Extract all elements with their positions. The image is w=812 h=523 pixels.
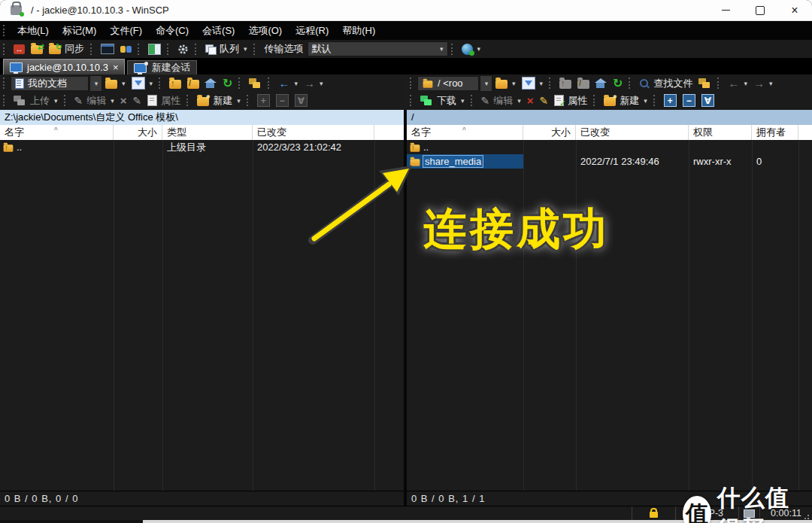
right-open-directory-button[interactable]: ▾ bbox=[492, 75, 519, 91]
left-open-directory-button[interactable]: ▾ bbox=[102, 75, 129, 91]
left-path-bar[interactable]: Z:\jackie\Documents\自定义 Office 模板\ bbox=[0, 110, 404, 125]
right-select-add-button[interactable]: + bbox=[661, 93, 680, 108]
menu-files[interactable]: 文件(F) bbox=[103, 21, 149, 40]
right-select-all-button[interactable]: ∀ bbox=[698, 93, 717, 108]
right-delete-button[interactable]: × bbox=[524, 93, 537, 108]
transfer-settings-button[interactable]: ↔ bbox=[11, 41, 28, 57]
right-parent-directory-button[interactable]: ↑ bbox=[556, 75, 574, 91]
encryption-status-cell[interactable] bbox=[632, 506, 675, 520]
right-refresh-button[interactable]: ↻ bbox=[610, 75, 626, 91]
left-rename-button[interactable]: ✎ bbox=[130, 93, 145, 108]
right-header-size[interactable]: 大小 bbox=[523, 125, 576, 140]
menu-mark[interactable]: 标记(M) bbox=[56, 21, 104, 40]
toolbar-grip[interactable] bbox=[3, 25, 8, 36]
toolbar-grip[interactable] bbox=[3, 95, 8, 106]
tab-new-session[interactable]: 新建会话 bbox=[127, 60, 197, 74]
menu-options[interactable]: 选项(O) bbox=[241, 21, 289, 40]
left-location-dropdown[interactable]: ▾ bbox=[89, 75, 102, 92]
right-select-remove-button[interactable]: − bbox=[680, 93, 698, 108]
toolbar-grip[interactable] bbox=[3, 78, 8, 89]
connection-button[interactable] bbox=[117, 41, 135, 57]
toolbar-grip[interactable] bbox=[90, 44, 95, 55]
left-select-add-button[interactable]: + bbox=[254, 93, 273, 108]
toolbar-grip[interactable] bbox=[717, 78, 722, 89]
left-properties-button[interactable]: 属性 bbox=[144, 93, 183, 108]
right-copy-path-button[interactable] bbox=[695, 75, 714, 91]
toolbar-grip[interactable] bbox=[247, 95, 251, 106]
tab-session-jackie[interactable]: jackie@10.10.10.3 × bbox=[3, 59, 125, 74]
right-path-bar[interactable]: / bbox=[407, 110, 812, 125]
toolbar-grip[interactable] bbox=[253, 44, 258, 55]
toolbar-grip[interactable] bbox=[268, 78, 272, 89]
open-terminal-button[interactable] bbox=[98, 41, 117, 57]
synchronize-browsing-button[interactable]: ⇄ bbox=[28, 41, 46, 57]
right-location-dropdown[interactable]: ▾ bbox=[480, 75, 492, 92]
left-back-button[interactable]: ←▾ bbox=[275, 75, 301, 91]
right-edit-button[interactable]: ✎编辑▾ bbox=[478, 93, 524, 108]
download-button[interactable]: 下载▾ bbox=[417, 93, 468, 108]
left-location-select[interactable]: 我的文档 bbox=[11, 76, 89, 91]
queue-button[interactable]: 队列▾ bbox=[202, 41, 250, 57]
toolbar-grip[interactable] bbox=[167, 44, 171, 55]
left-header-size[interactable]: 大小 bbox=[114, 125, 162, 140]
toolbar-grip[interactable] bbox=[159, 78, 163, 89]
maximize-button[interactable] bbox=[743, 0, 777, 20]
right-file-row-share-media[interactable]: share_media 2022/7/1 23:49:46 rwxr-xr-x … bbox=[407, 154, 812, 169]
synchronize-button[interactable]: ↻同步 bbox=[46, 41, 87, 57]
left-select-remove-button[interactable]: − bbox=[273, 93, 292, 108]
find-files-button[interactable]: 查找文件 bbox=[636, 75, 695, 91]
left-header-type[interactable]: 类型 bbox=[162, 125, 253, 140]
right-forward-button[interactable]: →▾ bbox=[750, 75, 776, 91]
transfer-preset-select[interactable]: 默认 ▾ bbox=[308, 41, 448, 56]
panel-layout-button[interactable] bbox=[145, 41, 164, 57]
toolbar-grip[interactable] bbox=[629, 78, 633, 89]
left-delete-button[interactable]: × bbox=[117, 93, 130, 108]
right-file-row-parent[interactable]: ↑ .. bbox=[407, 140, 812, 154]
left-forward-button[interactable]: →▾ bbox=[301, 75, 326, 91]
toolbar-grip[interactable] bbox=[451, 44, 456, 55]
left-edit-button[interactable]: ✎编辑▾ bbox=[71, 93, 117, 108]
toolbar-grip[interactable] bbox=[64, 95, 68, 106]
menu-commands[interactable]: 命令(C) bbox=[149, 21, 195, 40]
right-header-name[interactable]: 名字^ bbox=[407, 125, 523, 140]
right-rename-button[interactable]: ✎ bbox=[537, 93, 552, 108]
left-header-changed[interactable]: 已改变 bbox=[253, 125, 374, 140]
right-new-button[interactable]: *新建▾ bbox=[601, 93, 650, 108]
left-select-all-button[interactable]: ∀ bbox=[292, 93, 311, 108]
right-filter-button[interactable]: ▾ bbox=[519, 75, 547, 91]
menu-remote[interactable]: 远程(R) bbox=[289, 21, 335, 40]
right-home-directory-button[interactable] bbox=[592, 75, 610, 91]
right-header-owner[interactable]: 拥有者 bbox=[752, 125, 798, 140]
synchronization-dropdown-button[interactable]: ▾ bbox=[459, 41, 484, 57]
toolbar-grip[interactable] bbox=[410, 95, 414, 106]
tab-close-icon[interactable]: × bbox=[113, 62, 119, 73]
preferences-button[interactable] bbox=[174, 41, 192, 57]
toolbar-grip[interactable] bbox=[410, 78, 414, 89]
right-location-select[interactable]: / <roo bbox=[417, 76, 479, 91]
menu-local[interactable]: 本地(L) bbox=[11, 21, 56, 40]
left-refresh-button[interactable]: ↻ bbox=[220, 75, 235, 91]
left-home-directory-button[interactable] bbox=[202, 75, 220, 91]
menu-help[interactable]: 帮助(H) bbox=[335, 21, 382, 40]
left-file-row-parent[interactable]: ↑ .. 上级目录 2022/3/23 21:02:42 bbox=[0, 140, 404, 154]
close-button[interactable]: × bbox=[777, 0, 812, 20]
toolbar-grip[interactable] bbox=[186, 95, 191, 106]
right-header-changed[interactable]: 已改变 bbox=[576, 125, 689, 140]
left-copy-path-button[interactable] bbox=[246, 75, 265, 91]
left-filter-button[interactable]: ▾ bbox=[129, 75, 156, 91]
minimize-button[interactable] bbox=[708, 0, 743, 20]
left-header-name[interactable]: 名字^ bbox=[0, 125, 114, 140]
toolbar-grip[interactable] bbox=[138, 44, 142, 55]
upload-button[interactable]: 上传▾ bbox=[11, 93, 61, 108]
toolbar-grip[interactable] bbox=[3, 44, 8, 55]
right-back-button[interactable]: ←▾ bbox=[725, 75, 750, 91]
toolbar-grip[interactable] bbox=[195, 44, 199, 55]
right-root-directory-button[interactable]: / bbox=[574, 75, 592, 91]
right-header-rights[interactable]: 权限 bbox=[689, 125, 752, 140]
left-new-button[interactable]: *新建▾ bbox=[194, 93, 244, 108]
toolbar-grip[interactable] bbox=[593, 95, 598, 106]
toolbar-grip[interactable] bbox=[238, 78, 243, 89]
toolbar-grip[interactable] bbox=[549, 78, 553, 89]
right-properties-button[interactable]: ✓属性 bbox=[551, 93, 590, 108]
left-root-directory-button[interactable]: / bbox=[184, 75, 202, 91]
